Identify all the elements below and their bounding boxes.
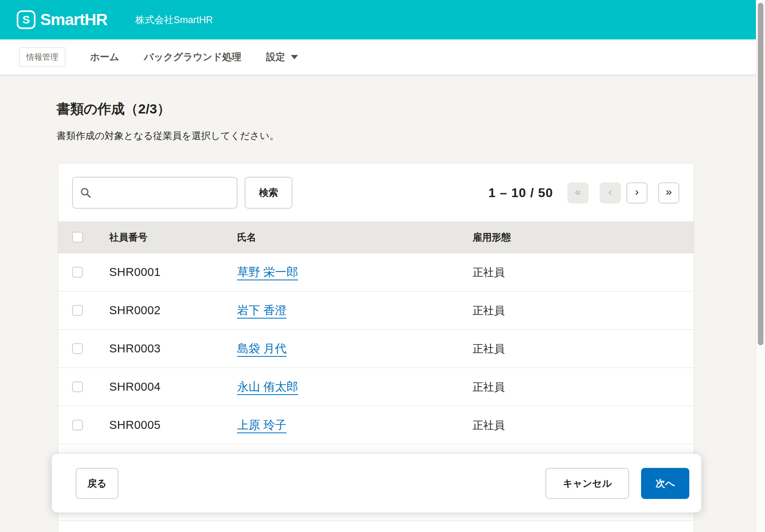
employee-no-cell: SHR0003 — [109, 342, 237, 355]
nav-item-settings-label: 設定 — [266, 51, 285, 63]
employment-type-cell: 正社員 — [473, 418, 694, 432]
pagination-last-button[interactable]: » — [658, 182, 679, 203]
table-row: SHR0003 島袋 月代 正社員 — [58, 330, 694, 368]
row-checkbox[interactable] — [72, 267, 83, 278]
next-button[interactable]: 次へ — [641, 468, 689, 499]
employment-type-cell: 正社員 — [473, 380, 694, 394]
double-chevron-left-icon: « — [575, 186, 581, 198]
row-checkbox[interactable] — [72, 381, 83, 392]
employee-name-link[interactable]: 草野 栄一郎 — [237, 266, 298, 278]
table-row: SHR0005 上原 玲子 正社員 — [58, 406, 694, 444]
row-checkbox[interactable] — [72, 420, 83, 430]
row-checkbox[interactable] — [72, 305, 83, 316]
page-description: 書類作成の対象となる従業員を選択してください。 — [57, 129, 765, 142]
employee-no-cell: SHR0005 — [109, 419, 237, 432]
double-chevron-right-icon: » — [666, 186, 672, 198]
chevron-right-icon: › — [635, 186, 639, 198]
employee-no-cell: SHR0002 — [109, 304, 237, 317]
pagination-first-button[interactable]: « — [567, 182, 588, 203]
pagination-next-button[interactable]: › — [626, 182, 647, 203]
scrollbar-thumb[interactable] — [758, 3, 763, 345]
employment-type-cell: 正社員 — [473, 265, 694, 280]
search-field-wrap — [72, 177, 237, 209]
row-checkbox[interactable] — [72, 343, 83, 354]
pagination-range-label: 1 – 10 / 50 — [488, 186, 553, 200]
employee-name-link[interactable]: 永山 侑太郎 — [237, 380, 298, 393]
column-header-employment-type: 雇用形態 — [473, 231, 694, 244]
employment-type-cell: 正社員 — [473, 303, 694, 318]
nav-item-background-jobs[interactable]: バックグラウンド処理 — [144, 51, 241, 63]
smarthr-logo[interactable]: S SmartHR — [17, 10, 107, 29]
floating-action-bar: 戻る キャンセル 次へ — [52, 454, 701, 512]
back-button[interactable]: 戻る — [76, 468, 118, 499]
table-row: SHR0004 永山 侑太郎 正社員 — [58, 368, 694, 406]
table-row: SHR0002 岩下 香澄 正社員 — [58, 291, 694, 330]
app-header: S SmartHR 株式会社SmartHR — [0, 0, 765, 39]
employee-no-cell: SHR0004 — [109, 380, 237, 393]
pagination-prev-button[interactable]: ‹ — [600, 182, 621, 203]
employee-name-link[interactable]: 岩下 香澄 — [237, 304, 286, 317]
chevron-left-icon: ‹ — [608, 186, 612, 198]
search-button[interactable]: 検索 — [245, 177, 292, 209]
nav-chip-information-management[interactable]: 情報管理 — [19, 47, 65, 67]
select-all-checkbox[interactable] — [72, 232, 83, 243]
table-row: SHR0001 草野 栄一郎 正社員 — [58, 253, 694, 291]
search-icon — [80, 187, 91, 200]
employee-name-link[interactable]: 島袋 月代 — [237, 342, 286, 355]
nav-item-home[interactable]: ホーム — [90, 51, 119, 63]
cancel-button[interactable]: キャンセル — [545, 468, 630, 499]
smarthr-logo-icon: S — [17, 10, 35, 29]
search-input[interactable] — [72, 177, 237, 209]
company-name: 株式会社SmartHR — [135, 14, 213, 26]
chevron-down-icon — [291, 55, 298, 59]
table-toolbar: 検索 1 – 10 / 50 « ‹ › » — [58, 163, 694, 221]
pagination: 1 – 10 / 50 « ‹ › » — [488, 182, 679, 203]
main-nav: 情報管理 ホーム バックグラウンド処理 設定 — [0, 39, 765, 74]
column-header-employee-no: 社員番号 — [109, 231, 237, 244]
table-header-row: 社員番号 氏名 雇用形態 — [58, 221, 694, 253]
nav-item-settings[interactable]: 設定 — [266, 51, 298, 63]
column-header-name: 氏名 — [237, 231, 473, 244]
page-title: 書類の作成（2/3） — [57, 100, 765, 118]
employment-type-cell: 正社員 — [473, 342, 694, 356]
table-row — [58, 521, 694, 532]
smarthr-logo-text: SmartHR — [40, 10, 107, 29]
employee-no-cell: SHR0001 — [109, 266, 237, 279]
vertical-scrollbar[interactable] — [756, 0, 765, 532]
employee-name-link[interactable]: 上原 玲子 — [237, 419, 286, 431]
